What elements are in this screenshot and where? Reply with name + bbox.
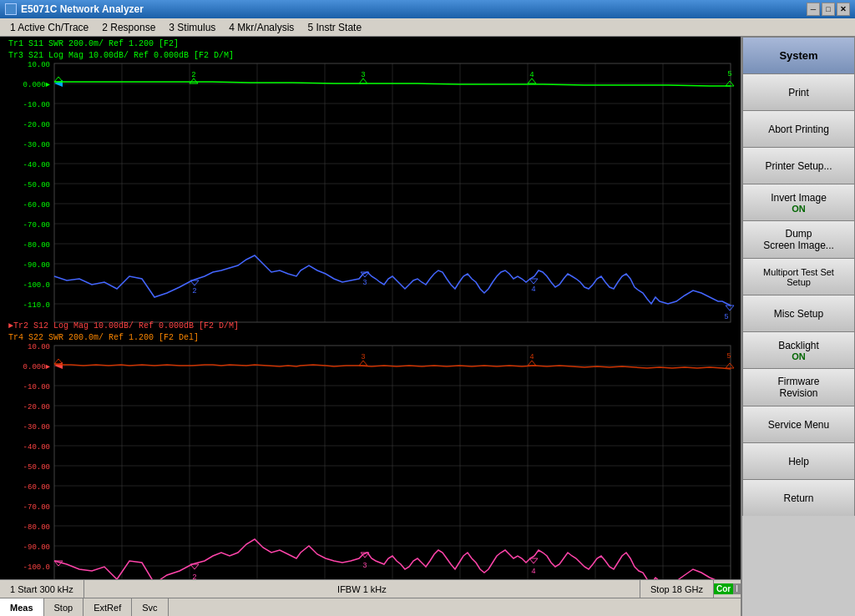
menu-response[interactable]: 2 Response — [95, 20, 162, 35]
firmware-revision-button[interactable]: Firmware Revision — [742, 368, 855, 406]
bottom-tabs: Meas Stop ExtRef Svc — [0, 598, 741, 616]
svg-text:-10.00: -10.00 — [23, 101, 50, 109]
svg-text:-90.00: -90.00 — [23, 261, 50, 270]
invert-image-button[interactable]: Invert Image ON — [742, 184, 855, 220]
multiport-test-button[interactable]: Multiport Test Set Setup — [742, 258, 855, 295]
app-title: E5071C Network Analyzer — [21, 3, 144, 15]
svg-text:3: 3 — [361, 353, 365, 361]
svg-text:5: 5 — [727, 70, 731, 78]
svg-text:2: 2 — [192, 287, 196, 295]
abort-printing-button[interactable]: Abort Printing — [742, 110, 855, 147]
svg-text:4: 4 — [529, 353, 534, 361]
svg-text:3: 3 — [362, 562, 367, 570]
menu-active-ch[interactable]: 1 Active Ch/Trace — [3, 20, 95, 35]
main-content: Tr1 S11 SWR 200.0m/ Ref 1.200 [F2] Tr3 S… — [0, 37, 855, 616]
svg-text:-100.0: -100.0 — [23, 563, 50, 572]
title-bar: E5071C Network Analyzer ─ □ ✕ — [0, 0, 855, 18]
app-icon — [5, 3, 17, 15]
right-panel: System Print Abort Printing Printer Setu… — [741, 37, 855, 616]
return-button[interactable]: Return — [742, 479, 855, 516]
svg-text:-20.00: -20.00 — [23, 403, 50, 412]
svg-text:-100.0: -100.0 — [23, 281, 50, 290]
chart-area: Tr1 S11 SWR 200.0m/ Ref 1.200 [F2] Tr3 S… — [0, 37, 741, 616]
svg-text:-30.00: -30.00 — [23, 141, 50, 149]
svg-text:-90.00: -90.00 — [23, 543, 50, 552]
svg-text:-50.00: -50.00 — [23, 181, 50, 189]
svg-text:-70.00: -70.00 — [23, 503, 50, 512]
tab-extref[interactable]: ExtRef — [83, 598, 132, 616]
svg-text:0.000►: 0.000► — [23, 363, 51, 371]
svg-text:-50.00: -50.00 — [23, 463, 50, 472]
backlight-button[interactable]: Backlight ON — [742, 331, 855, 368]
menu-stimulus[interactable]: 3 Stimulus — [162, 20, 222, 35]
svg-text:10.00: 10.00 — [28, 61, 50, 69]
svg-text:5: 5 — [726, 352, 731, 361]
menu-bar: 1 Active Ch/Trace 2 Response 3 Stimulus … — [0, 18, 855, 37]
top-chart-svg: 10.00 0.000► -10.00 -20.00 -30.00 -40.00… — [0, 55, 741, 339]
svg-text:-60.00: -60.00 — [23, 201, 50, 210]
svg-text:-80.00: -80.00 — [23, 523, 50, 532]
svg-text:3: 3 — [361, 71, 365, 79]
help-button[interactable]: Help — [742, 442, 855, 479]
svg-text:-40.00: -40.00 — [23, 161, 50, 169]
svg-text:5: 5 — [724, 313, 728, 321]
maximize-button[interactable]: □ — [822, 3, 835, 16]
svg-text:10.00: 10.00 — [28, 343, 50, 351]
svg-text:-30.00: -30.00 — [23, 423, 50, 432]
close-button[interactable]: ✕ — [837, 3, 850, 16]
i-badge: I — [733, 583, 741, 594]
svg-text:-110.0: -110.0 — [23, 301, 50, 310]
svg-text:4: 4 — [531, 568, 535, 576]
dump-screen-button[interactable]: Dump Screen Image... — [742, 220, 855, 258]
status-start: 1 Start 300 kHz — [0, 580, 84, 598]
service-menu-button[interactable]: Service Menu — [742, 406, 855, 442]
tab-stop[interactable]: Stop — [44, 598, 84, 616]
svg-text:0.000►: 0.000► — [23, 81, 51, 89]
svg-text:3: 3 — [362, 279, 367, 287]
svg-text:-60.00: -60.00 — [23, 483, 50, 492]
system-button[interactable]: System — [742, 37, 855, 73]
status-right: Cor I — [714, 583, 741, 594]
window-controls: ─ □ ✕ — [807, 3, 850, 16]
misc-setup-button[interactable]: Misc Setup — [742, 295, 855, 331]
printer-setup-button[interactable]: Printer Setup... — [742, 147, 855, 184]
svg-text:2: 2 — [191, 71, 195, 79]
status-stop: Stop 18 GHz — [640, 580, 714, 598]
menu-mkr-analysis[interactable]: 4 Mkr/Analysis — [222, 20, 301, 35]
status-ifbw: IFBW 1 kHz — [84, 580, 640, 598]
svg-text:-80.00: -80.00 — [23, 241, 50, 250]
bottom-chart-svg: 10.00 0.000► -10.00 -20.00 -30.00 -40.00… — [0, 337, 741, 616]
minimize-button[interactable]: ─ — [807, 3, 820, 16]
svg-text:-20.00: -20.00 — [23, 121, 50, 129]
svg-text:4: 4 — [531, 285, 535, 294]
cor-badge: Cor — [714, 583, 733, 594]
status-bar: 1 Start 300 kHz IFBW 1 kHz Stop 18 GHz C… — [0, 579, 741, 598]
svg-text:-40.00: -40.00 — [23, 443, 50, 452]
tab-meas[interactable]: Meas — [0, 598, 44, 616]
svg-text:-70.00: -70.00 — [23, 221, 50, 230]
svg-text:-10.00: -10.00 — [23, 383, 50, 391]
print-button[interactable]: Print — [742, 73, 855, 110]
menu-instr-state[interactable]: 5 Instr State — [301, 20, 368, 35]
tab-svc[interactable]: Svc — [132, 598, 168, 616]
svg-text:4: 4 — [529, 71, 534, 79]
